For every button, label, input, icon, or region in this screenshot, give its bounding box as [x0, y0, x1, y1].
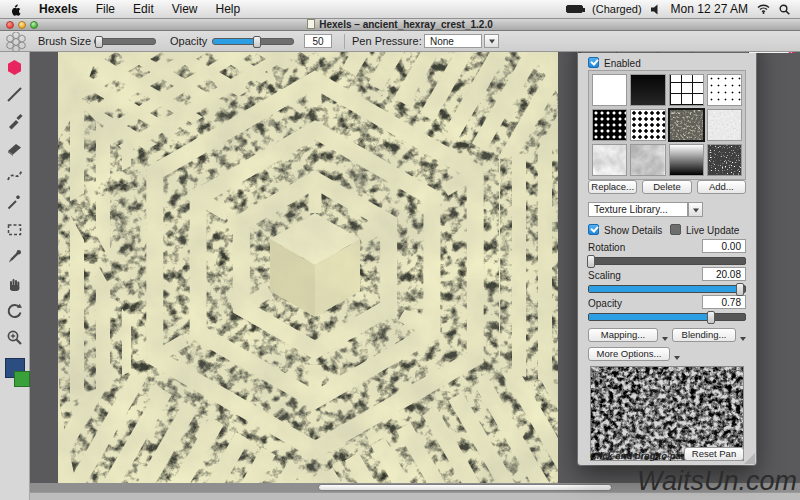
- more-options-button[interactable]: More Options...: [588, 347, 670, 361]
- blending-button[interactable]: Blending...: [672, 328, 736, 342]
- texture-library-dropdown[interactable]: Texture Library...: [588, 202, 688, 217]
- swatch-black[interactable]: [630, 74, 665, 106]
- rotate-tool[interactable]: [4, 300, 26, 321]
- menu-view[interactable]: View: [163, 0, 207, 19]
- add-button[interactable]: Add...: [697, 180, 746, 194]
- texture-opacity-thumb[interactable]: [707, 311, 715, 324]
- horizontal-scrollbar-thumb[interactable]: [318, 484, 612, 491]
- volume-icon[interactable]: [651, 4, 662, 15]
- brush-size-label: Brush Size: [38, 35, 91, 47]
- menu-file[interactable]: File: [87, 0, 124, 19]
- rotate-icon: [6, 302, 23, 319]
- eraser-icon: [6, 140, 23, 157]
- battery-icon[interactable]: [566, 5, 583, 13]
- hexagon-icon: [6, 59, 23, 76]
- pan-hint-text: Click and drag to pan.: [590, 450, 689, 461]
- eyedropper-icon: [6, 248, 23, 265]
- eyedropper-tool[interactable]: [4, 246, 26, 267]
- swatch-dots-dense[interactable]: [630, 109, 665, 141]
- main-toolbar: Brush Size Opacity 50 Pen Pressure: None: [0, 31, 800, 52]
- opacity-label: Opacity: [170, 35, 207, 47]
- texture-swatch-grid: [588, 70, 746, 180]
- canvas-artwork[interactable]: [58, 52, 558, 483]
- color-wells: [5, 358, 31, 392]
- magnifier-plus-icon: [6, 329, 23, 346]
- chevron-down-icon: [662, 337, 668, 341]
- mapping-button[interactable]: Mapping...: [588, 328, 658, 342]
- pen-pressure-label: Pen Pressure:: [352, 35, 422, 47]
- chevron-down-icon: [489, 40, 495, 44]
- tool-palette: [0, 52, 30, 500]
- swatch-white[interactable]: [592, 74, 627, 106]
- texture-library-dropdown-button[interactable]: [688, 202, 703, 217]
- selection-rect-icon: [6, 221, 23, 238]
- texture-panel: Color Modes Glow Document Texture Enable…: [578, 28, 756, 465]
- apple-icon: [9, 3, 21, 16]
- opacity-thumb[interactable]: [253, 36, 261, 48]
- hexel-brush-tool[interactable]: [4, 57, 26, 78]
- reset-pan-button[interactable]: Reset Pan: [684, 447, 744, 461]
- line-tool[interactable]: [4, 84, 26, 105]
- app-menu[interactable]: Hexels: [30, 0, 87, 19]
- menu-help[interactable]: Help: [207, 0, 250, 19]
- swatch-marble[interactable]: [592, 144, 627, 176]
- panel-resize-grip[interactable]: [744, 453, 755, 464]
- scaling-slider[interactable]: [588, 285, 746, 293]
- hand-icon: [6, 275, 23, 292]
- texture-opacity-slider[interactable]: [588, 313, 746, 321]
- rotation-thumb[interactable]: [587, 255, 595, 268]
- apple-menu[interactable]: [0, 0, 30, 19]
- marquee-select-tool[interactable]: [4, 219, 26, 240]
- eraser-tool[interactable]: [4, 138, 26, 159]
- document-icon: [307, 19, 315, 29]
- paint-brush-tool[interactable]: [4, 111, 26, 132]
- window-title-bar[interactable]: Hexels – ancient_hexray_crest_1.2.0: [0, 19, 800, 31]
- wifi-icon[interactable]: [757, 4, 770, 14]
- show-details-label: Show Details: [604, 225, 662, 236]
- swatch-noise[interactable]: [669, 109, 704, 141]
- chevron-down-icon: [740, 337, 746, 341]
- brush-size-thumb[interactable]: [95, 36, 103, 48]
- texture-opacity-value-field[interactable]: 0.78: [702, 295, 746, 309]
- brush-icon: [6, 113, 23, 130]
- enabled-label: Enabled: [604, 58, 641, 69]
- swatch-static-noise[interactable]: [707, 144, 742, 176]
- rotation-label: Rotation: [588, 242, 625, 253]
- spotlight-icon[interactable]: [779, 4, 790, 15]
- pen-pressure-dropdown[interactable]: None: [424, 34, 482, 48]
- opacity-value-field[interactable]: 50: [304, 34, 332, 48]
- curve-path-icon: [6, 167, 23, 184]
- menu-edit[interactable]: Edit: [124, 0, 163, 19]
- delete-button[interactable]: Delete: [642, 180, 691, 194]
- chevron-down-icon: [693, 208, 699, 212]
- opacity-slider[interactable]: [212, 38, 294, 45]
- swatch-gradient-vertical[interactable]: [669, 144, 704, 176]
- enabled-checkbox[interactable]: [588, 57, 599, 68]
- live-update-checkbox[interactable]: [670, 224, 681, 235]
- watermark-text: WaitsUn.com: [637, 466, 797, 497]
- window-title: Hexels – ancient_hexray_crest_1.2.0: [0, 19, 800, 30]
- pen-pressure-dropdown-button[interactable]: [484, 34, 499, 48]
- scaling-label: Scaling: [588, 270, 621, 281]
- magic-wand-icon: [6, 194, 23, 211]
- rotation-slider[interactable]: [588, 257, 746, 265]
- scaling-value-field[interactable]: 20.08: [702, 267, 746, 281]
- swatch-dots-sparse[interactable]: [707, 74, 742, 106]
- show-details-checkbox[interactable]: [588, 224, 599, 235]
- menu-clock[interactable]: Mon 12 27 AM: [671, 2, 748, 16]
- swatch-speckle-light[interactable]: [707, 109, 742, 141]
- swatch-dots-inverted[interactable]: [592, 109, 627, 141]
- hand-tool[interactable]: [4, 273, 26, 294]
- rotation-value-field[interactable]: 0.00: [702, 239, 746, 253]
- swatch-grid[interactable]: [669, 74, 704, 106]
- hexels-logo-icon: [6, 32, 26, 52]
- menu-bar: Hexels File Edit View Help (Charged) Mon…: [0, 0, 800, 19]
- swatch-clouds[interactable]: [630, 144, 665, 176]
- background-color-well[interactable]: [14, 371, 30, 387]
- zoom-tool[interactable]: [4, 327, 26, 348]
- path-tool[interactable]: [4, 165, 26, 186]
- brush-size-slider[interactable]: [94, 38, 156, 45]
- magic-wand-tool[interactable]: [4, 192, 26, 213]
- scaling-thumb[interactable]: [736, 283, 744, 296]
- replace-button[interactable]: Replace...: [588, 180, 637, 194]
